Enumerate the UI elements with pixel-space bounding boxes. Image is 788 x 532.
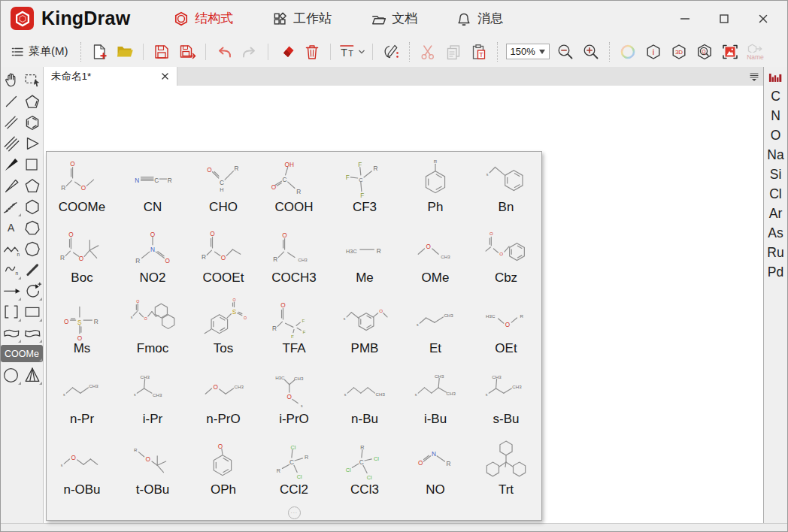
eraser-button[interactable] bbox=[275, 40, 298, 64]
periodic-table-icon[interactable] bbox=[768, 72, 783, 83]
tool-curve[interactable]: n bbox=[1, 259, 22, 280]
close-tab-button[interactable] bbox=[161, 72, 169, 80]
tool-pan[interactable] bbox=[1, 70, 22, 91]
nav-documents[interactable]: 文档 bbox=[371, 10, 417, 27]
tool-cyclopropane-ring[interactable] bbox=[22, 133, 43, 154]
tool-cyclohexane-ring[interactable] bbox=[22, 196, 43, 217]
functional-group-CCl2[interactable]: ClCRRClCCl2 bbox=[259, 436, 329, 506]
functional-group-s-Bu[interactable]: sCH3CH3s-Bu bbox=[471, 365, 541, 436]
close-button[interactable] bbox=[756, 12, 770, 26]
copy-button[interactable] bbox=[442, 40, 465, 64]
element-Ru[interactable]: Ru bbox=[767, 243, 783, 262]
element-Si[interactable]: Si bbox=[770, 165, 782, 184]
save-as-button[interactable] bbox=[176, 40, 199, 64]
functional-group-COCH3[interactable]: ROCH3COCH3 bbox=[259, 224, 329, 295]
open-file-button[interactable] bbox=[114, 40, 136, 64]
tool-quad-right[interactable] bbox=[22, 322, 43, 343]
tool-cyclobutane-ring[interactable] bbox=[22, 154, 43, 175]
functional-group-OEt[interactable]: H3COROEt bbox=[471, 295, 541, 365]
functional-group-i-PrO[interactable]: H3CCH3Osi-PrO bbox=[259, 365, 329, 436]
zoom-out-button[interactable] bbox=[554, 40, 577, 64]
tool-hashed-wedge-bond[interactable] bbox=[1, 175, 22, 196]
functional-group-OMe[interactable]: OCH3OMe bbox=[400, 224, 471, 295]
drawing-canvas[interactable]: ROOCOOMeNCRCNOCHRCHOOHCORCOOHFFFCRCF3RPh… bbox=[44, 86, 763, 523]
document-tab[interactable]: 未命名1* bbox=[44, 67, 177, 86]
functional-group-PMB[interactable]: sOPMB bbox=[329, 295, 400, 365]
functional-group-TFA[interactable]: ROFFFTFA bbox=[259, 295, 329, 365]
cut-button[interactable] bbox=[417, 40, 439, 64]
structure-search-button[interactable]: Q bbox=[693, 40, 716, 64]
functional-group-Me[interactable]: H3CRMe bbox=[329, 224, 400, 295]
tool-double-bond[interactable] bbox=[1, 112, 22, 133]
tool-cyclooctane-ring[interactable] bbox=[22, 238, 43, 259]
nav-messages[interactable]: 消息 bbox=[456, 10, 503, 27]
element-O[interactable]: O bbox=[771, 125, 781, 145]
view-3d-button[interactable]: 3D bbox=[668, 40, 690, 64]
functional-group-CHO[interactable]: OCHRCHO bbox=[188, 153, 259, 224]
minimize-button[interactable] bbox=[678, 12, 692, 26]
element-As[interactable]: As bbox=[768, 223, 783, 243]
element-Na[interactable]: Na bbox=[767, 145, 783, 165]
tool-quad-left[interactable] bbox=[1, 322, 22, 343]
tool-cycloheptane-ring[interactable] bbox=[22, 217, 43, 238]
tool-cyclopentadiene-ring[interactable] bbox=[22, 91, 43, 112]
tool-rectangle[interactable] bbox=[22, 301, 43, 322]
tool-chain[interactable]: n bbox=[1, 238, 22, 259]
element-Ar[interactable]: Ar bbox=[769, 204, 783, 223]
functional-group-Trt[interactable]: Trt bbox=[471, 436, 541, 506]
undo-button[interactable] bbox=[213, 40, 235, 64]
color-ring-button[interactable] bbox=[617, 40, 639, 64]
element-Pd[interactable]: Pd bbox=[768, 262, 783, 282]
tool-orbital[interactable] bbox=[22, 364, 43, 385]
functional-group-CN[interactable]: NCRCN bbox=[117, 153, 188, 224]
name-to-structure-button[interactable]: Name bbox=[744, 40, 767, 64]
tool-cyclopentane-ring[interactable] bbox=[22, 175, 43, 196]
smart-draw-button[interactable] bbox=[380, 40, 402, 64]
functional-group-Tos[interactable]: SOOTos bbox=[188, 295, 259, 365]
redo-button[interactable] bbox=[238, 40, 261, 64]
functional-group-Fmoc[interactable]: sOOFmoc bbox=[117, 295, 188, 365]
functional-group-n-Bu[interactable]: sCH3n-Bu bbox=[329, 365, 400, 436]
functional-group-i-Pr[interactable]: sCH3CH3i-Pr bbox=[117, 365, 188, 436]
functional-group-Ph[interactable]: RPh bbox=[400, 153, 471, 224]
menu-button[interactable]: 菜单(M) bbox=[7, 44, 72, 59]
nav-structure[interactable]: 结构式 bbox=[174, 10, 233, 27]
functional-group-Cbz[interactable]: OOCbz bbox=[471, 224, 541, 295]
functional-group-CCl3[interactable]: RCClClClCCl3 bbox=[329, 436, 400, 506]
functional-group-i-Bu[interactable]: sCH3CH3i-Bu bbox=[400, 365, 471, 436]
paste-button[interactable]: T bbox=[468, 40, 490, 64]
tool-bold-bond[interactable] bbox=[22, 259, 43, 280]
tool-single-bond[interactable] bbox=[1, 91, 22, 112]
element-C[interactable]: C bbox=[771, 86, 780, 106]
functional-group-n-Pr[interactable]: sCH3n-Pr bbox=[47, 365, 117, 436]
functional-groups-button[interactable]: COOMe bbox=[1, 345, 43, 362]
functional-group-t-OBu[interactable]: ROt-OBu bbox=[117, 436, 188, 506]
functional-group-NO[interactable]: ONRNO bbox=[400, 436, 471, 506]
tool-triple-bond[interactable] bbox=[1, 133, 22, 154]
popup-resize-handle[interactable]: ··· bbox=[47, 506, 541, 519]
tab-list-button[interactable] bbox=[749, 71, 759, 82]
tool-rotate[interactable] bbox=[22, 280, 43, 301]
maximize-button[interactable] bbox=[717, 12, 731, 26]
tool-arrow[interactable] bbox=[1, 280, 22, 301]
zoom-in-button[interactable] bbox=[580, 40, 602, 64]
element-Cl[interactable]: Cl bbox=[769, 184, 782, 204]
functional-group-COOMe[interactable]: ROOCOOMe bbox=[47, 153, 117, 224]
functional-group-Bn[interactable]: sBn bbox=[471, 153, 541, 224]
functional-group-n-OBu[interactable]: sOn-OBu bbox=[47, 436, 117, 506]
functional-group-CF3[interactable]: FFFCRCF3 bbox=[329, 153, 400, 224]
tool-benzene-ring[interactable] bbox=[22, 112, 43, 133]
structure-info-button[interactable]: i bbox=[642, 40, 665, 64]
functional-group-Et[interactable]: sCH3Et bbox=[400, 295, 471, 365]
tool-hashed-bond[interactable] bbox=[1, 196, 22, 217]
functional-group-NO2[interactable]: ONORNO2 bbox=[117, 224, 188, 295]
zoom-level-select[interactable]: 150% bbox=[506, 44, 550, 59]
nav-workstation[interactable]: 工作站 bbox=[272, 10, 332, 27]
tool-circle[interactable] bbox=[1, 364, 22, 385]
element-N[interactable]: N bbox=[771, 106, 780, 125]
functional-group-COOH[interactable]: OHCORCOOH bbox=[259, 153, 329, 224]
functional-group-n-PrO[interactable]: OCH3n-PrO bbox=[188, 365, 259, 436]
tool-wedge-bond[interactable] bbox=[1, 154, 22, 175]
save-button[interactable] bbox=[150, 40, 173, 64]
functional-group-COOEt[interactable]: ROOCOOEt bbox=[188, 224, 259, 295]
